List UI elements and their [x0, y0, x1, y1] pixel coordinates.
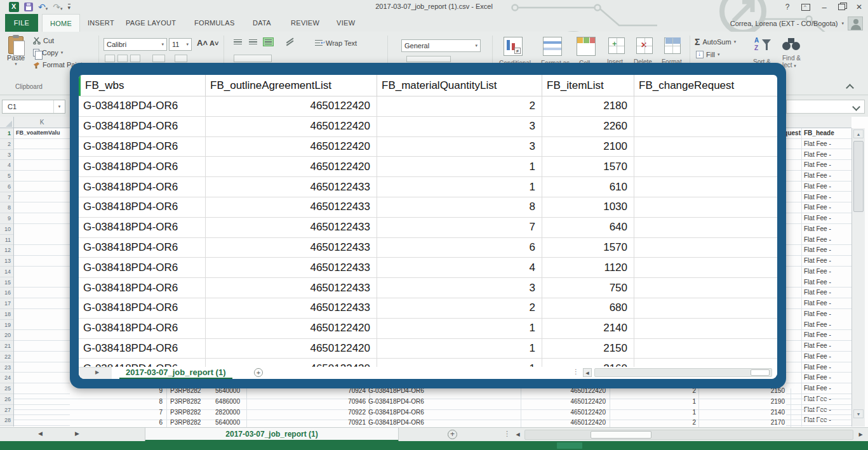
cell[interactable]: Flat Fee - [804, 309, 850, 320]
cell[interactable]: 4650122433 [206, 218, 377, 237]
row-header[interactable]: 9 [0, 213, 13, 224]
row-header[interactable]: 4 [0, 160, 13, 171]
next-sheet-icon[interactable]: ▶ [75, 430, 79, 437]
cell[interactable]: Flat Fee - [804, 235, 850, 246]
cell[interactable]: 640 [542, 218, 634, 237]
cell[interactable] [634, 177, 777, 197]
row-header[interactable]: 14 [0, 267, 13, 277]
align-left-row[interactable] [234, 55, 272, 62]
scroll-down-icon[interactable]: ▼ [853, 409, 864, 418]
sort-filter-button[interactable]: AZ Sort & [753, 37, 772, 65]
cell[interactable]: 3 [377, 278, 542, 298]
cut-button[interactable]: Cut [33, 37, 54, 44]
cell[interactable]: 1030 [542, 197, 634, 217]
cell[interactable]: Flat Fee - [804, 192, 850, 203]
conditional-formatting-icon[interactable]: ≠ [504, 37, 523, 56]
cell[interactable]: 3 [377, 137, 542, 157]
cell[interactable]: 3 [377, 117, 542, 136]
cell[interactable]: Flat Fee - [804, 362, 850, 373]
cell[interactable]: 4650122433 [206, 298, 377, 318]
cell[interactable]: G-038418PD4-OR6 [79, 137, 206, 157]
cell[interactable] [634, 157, 777, 176]
add-sheet-icon[interactable]: + [254, 368, 263, 377]
cell[interactable]: 1120 [542, 258, 634, 277]
cell[interactable] [634, 218, 777, 237]
cell[interactable]: 610 [542, 177, 634, 197]
cell[interactable]: G-038418PD4-OR6 [79, 298, 206, 318]
number-format-select[interactable]: General ▾ [401, 39, 481, 52]
cell[interactable]: 6 [71, 418, 163, 428]
cell[interactable] [634, 117, 777, 136]
row-header[interactable]: 1 [0, 128, 13, 139]
cell[interactable]: Flat Fee - [804, 320, 850, 331]
cell[interactable]: 2170 [744, 418, 785, 428]
cell[interactable]: Flat Fee - [804, 277, 850, 288]
row-header[interactable]: 15 [0, 277, 13, 288]
cell[interactable]: 1570 [542, 238, 634, 258]
cell[interactable]: 1 [377, 339, 542, 359]
format-cells-icon[interactable] [664, 37, 681, 54]
format-as-table-icon[interactable] [543, 37, 562, 56]
sheet-tab-active[interactable]: 2017-03-07_job_report (1) [119, 367, 232, 379]
cell[interactable]: 2180 [542, 96, 634, 116]
minimize-icon[interactable]: – [819, 3, 829, 12]
header-cell[interactable]: FB_heade [804, 129, 834, 136]
cell[interactable]: 1 [662, 407, 696, 418]
help-icon[interactable]: ? [782, 3, 792, 11]
cell[interactable]: G-038418PD4-OR6 [79, 278, 206, 298]
cell[interactable]: 70946 [300, 397, 366, 407]
cell[interactable]: Flat Fee - [804, 245, 850, 256]
row-header[interactable]: 8 [0, 202, 13, 213]
wrap-text-button[interactable]: Wrap Text [315, 39, 357, 47]
row-header[interactable]: 6 [0, 182, 13, 192]
row-header[interactable]: 28 [0, 415, 13, 426]
cell[interactable]: 1 [377, 157, 542, 176]
column-header-k[interactable]: K [14, 117, 70, 128]
sheet-tab-active[interactable]: 2017-03-07_job_report (1) [145, 428, 399, 442]
cell[interactable]: G-038418PD4-OR6 [368, 397, 424, 407]
delete-cells-icon[interactable]: ✕ [636, 37, 653, 54]
cell[interactable]: 2 [662, 418, 696, 428]
cell[interactable]: Flat Fee - [804, 182, 850, 192]
cell[interactable]: 2 [377, 96, 542, 116]
cell[interactable]: 7 [71, 407, 163, 418]
cell[interactable] [634, 319, 777, 338]
cell-styles-icon[interactable] [577, 37, 596, 56]
cell[interactable] [634, 137, 777, 157]
row-header[interactable]: 2 [0, 139, 13, 150]
cell[interactable]: G-038418PD4-OR6 [79, 157, 206, 176]
cell[interactable]: G-038418PD4-OR6 [79, 117, 206, 136]
row-header[interactable]: 16 [0, 288, 13, 298]
cell[interactable] [634, 278, 777, 298]
cell[interactable]: Flat Fee - [804, 150, 850, 161]
cell[interactable] [634, 197, 777, 217]
cell[interactable]: Flat Fee - [804, 288, 850, 298]
cell[interactable]: 2150 [542, 339, 634, 359]
cell[interactable]: 4650122420 [541, 397, 606, 407]
right-columns-strip[interactable]: equest FB_heade Flat Fee -Flat Fee -Flat… [786, 128, 851, 427]
cell[interactable]: 2100 [542, 137, 634, 157]
cell[interactable]: 4650122433 [206, 238, 377, 258]
next-sheet-icon[interactable]: ▶ [95, 369, 99, 375]
tab-page-layout[interactable]: PAGE LAYOUT [118, 14, 184, 32]
cell[interactable]: G-038418PD4-OR6 [79, 319, 206, 338]
cell[interactable]: 6486000 [192, 397, 240, 407]
borders-button[interactable] [152, 55, 165, 62]
account-area[interactable]: Correa, Lorena (EXT - CO/Bogota) ▾ [730, 17, 863, 30]
align-middle-icon[interactable] [248, 37, 258, 46]
customize-qat-icon[interactable]: ▾ [68, 4, 71, 10]
cell[interactable] [634, 238, 777, 258]
find-select-button[interactable]: Find & lect ▾ [782, 37, 801, 69]
prev-sheet-icon[interactable]: ◀ [38, 430, 43, 437]
hscroll-left-icon[interactable]: ◀ [513, 430, 523, 439]
cell[interactable]: 2 [377, 298, 542, 318]
excel-logo-icon[interactable] [9, 2, 19, 12]
row-header[interactable]: 13 [0, 256, 13, 267]
vertical-scrollbar[interactable]: ▲ ▼ [851, 128, 865, 427]
cell[interactable]: Flat Fee - [804, 202, 850, 213]
row-header[interactable]: 24 [0, 373, 13, 383]
cell[interactable]: 2140 [542, 319, 634, 338]
cell[interactable]: 4650122420 [206, 96, 377, 116]
tab-insert[interactable]: INSERT [80, 14, 122, 32]
horizontal-scrollbar[interactable] [524, 430, 853, 440]
